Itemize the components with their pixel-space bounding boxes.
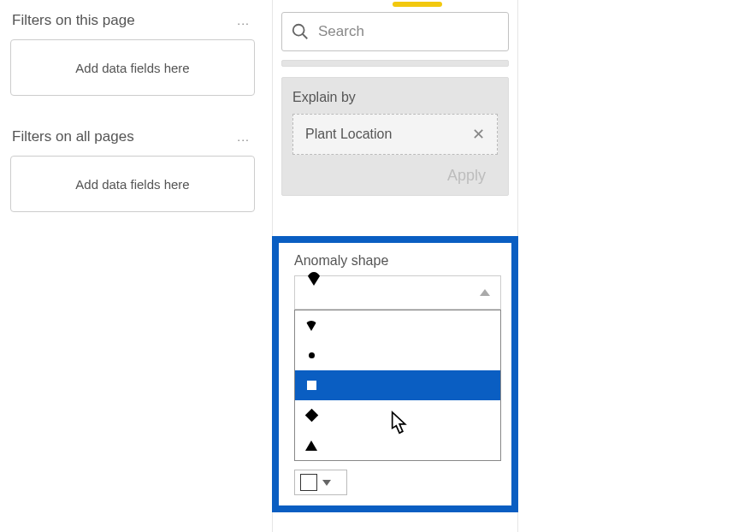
active-tab-underline <box>393 2 442 7</box>
drop-icon <box>305 286 322 300</box>
shape-option-dot[interactable] <box>295 340 500 370</box>
search-input[interactable]: Search <box>281 12 509 51</box>
filters-page-dropwell-label: Add data fields here <box>75 61 189 75</box>
explain-by-label: Explain by <box>292 90 498 105</box>
search-placeholder: Search <box>318 23 364 40</box>
chevron-down-icon <box>322 480 331 486</box>
triangle-icon <box>304 440 319 451</box>
drop-icon <box>304 321 319 331</box>
filters-all-header: Filters on all pages ... <box>9 116 257 151</box>
close-icon[interactable]: ✕ <box>472 125 485 144</box>
anomaly-shape-title: Anomaly shape <box>294 253 501 269</box>
anomaly-shape-select[interactable] <box>294 275 501 310</box>
filters-panel: Filters on this page ... Add data fields… <box>0 0 265 233</box>
anomaly-color-picker[interactable] <box>294 470 347 495</box>
filters-page-header: Filters on this page ... <box>9 0 257 34</box>
filters-page-more-icon[interactable]: ... <box>237 14 253 27</box>
square-icon <box>304 381 319 390</box>
dot-icon <box>304 352 319 358</box>
anomaly-shape-section: Anomaly shape <box>272 236 518 512</box>
filters-all-more-icon[interactable]: ... <box>237 130 253 144</box>
explain-by-well: Explain by Plant Location ✕ Apply <box>281 77 509 196</box>
shape-option-diamond[interactable] <box>295 400 500 430</box>
svg-line-1 <box>303 34 308 39</box>
filters-page-dropwell[interactable]: Add data fields here <box>10 39 255 96</box>
shape-option-drop[interactable] <box>295 310 500 340</box>
filters-page-title: Filters on this page <box>12 12 135 29</box>
svg-point-0 <box>293 25 304 36</box>
shape-option-triangle[interactable] <box>295 430 500 460</box>
filters-all-dropwell[interactable]: Add data fields here <box>10 156 255 212</box>
color-swatch-icon <box>300 474 317 491</box>
shape-option-square[interactable] <box>295 370 500 400</box>
field-well-collapsed <box>281 60 509 67</box>
filters-all-dropwell-label: Add data fields here <box>75 177 189 192</box>
search-icon <box>291 22 310 41</box>
anomaly-shape-options <box>294 310 501 461</box>
apply-button[interactable]: Apply <box>292 155 498 185</box>
explain-by-chip[interactable]: Plant Location ✕ <box>292 114 498 155</box>
filters-all-title: Filters on all pages <box>12 128 134 145</box>
chevron-up-icon <box>480 289 490 296</box>
explain-by-chip-label: Plant Location <box>305 127 392 142</box>
diamond-icon <box>304 411 319 420</box>
